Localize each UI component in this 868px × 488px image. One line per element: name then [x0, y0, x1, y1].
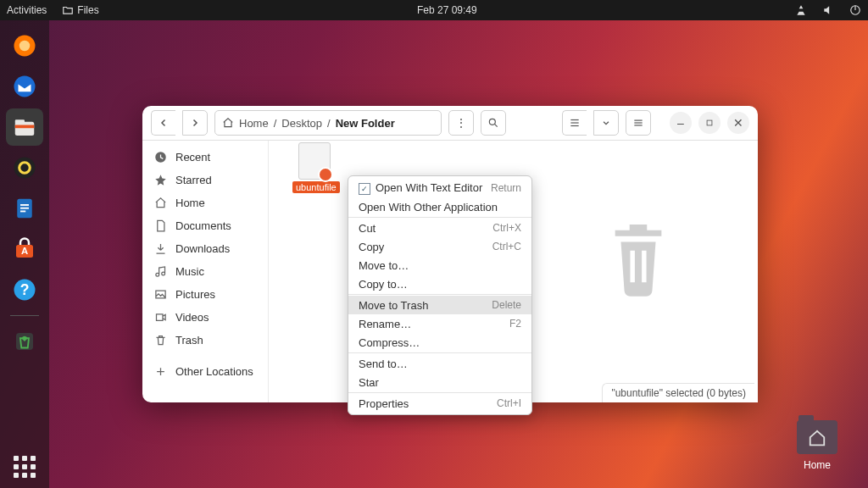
forward-button[interactable] — [182, 110, 208, 136]
breadcrumb-current[interactable]: New Folder — [336, 117, 395, 130]
sidebar-item-downloads[interactable]: Downloads — [142, 237, 268, 260]
accelerator: Delete — [492, 299, 521, 311]
search-button[interactable] — [481, 110, 506, 136]
sidebar-item-pictures[interactable]: Pictures — [142, 283, 268, 306]
search-icon — [487, 117, 499, 129]
svg-rect-27 — [707, 120, 712, 125]
status-bar: "ubuntufile" selected (0 bytes) — [602, 383, 754, 402]
hamburger-menu-button[interactable] — [626, 110, 651, 136]
sidebar-item-music[interactable]: Music — [142, 260, 268, 283]
documents-icon — [154, 219, 167, 232]
focused-app-label: Files — [77, 4, 98, 16]
dock-help[interactable]: ? — [6, 271, 43, 308]
context-item-move-to-trash[interactable]: Move to TrashDelete — [348, 296, 531, 314]
clock[interactable]: Feb 27 09:49 — [417, 4, 477, 16]
dock-trash[interactable] — [6, 323, 43, 360]
dock-firefox[interactable] — [6, 27, 43, 64]
folder-icon — [797, 420, 837, 454]
file-label: ubuntufile — [292, 181, 340, 193]
sidebar-item-videos[interactable]: Videos — [142, 306, 268, 329]
pictures-icon — [154, 288, 167, 301]
dock-software[interactable]: A — [6, 230, 43, 268]
accelerator: Return — [491, 182, 521, 194]
grid-icon — [14, 456, 36, 478]
context-separator — [348, 352, 531, 353]
context-item-rename[interactable]: Rename…F2 — [348, 314, 531, 333]
context-menu: ✓Open With Text EditorReturnOpen With Ot… — [348, 175, 532, 415]
sidebar: RecentStarredHomeDocumentsDownloadsMusic… — [142, 141, 269, 402]
sidebar-item-label: Videos — [175, 311, 209, 324]
context-item-star[interactable]: Star — [348, 373, 531, 391]
context-separator — [348, 392, 531, 393]
path-menu-button[interactable]: ⋮ — [448, 110, 474, 136]
svg-rect-12 — [20, 208, 29, 209]
sidebar-item-label: Home — [175, 197, 205, 209]
context-item-move-to[interactable]: Move to… — [348, 256, 531, 274]
context-item-compress[interactable]: Compress… — [348, 333, 531, 352]
context-item-open-with-text-editor[interactable]: ✓Open With Text EditorReturn — [348, 178, 531, 197]
context-item-properties[interactable]: PropertiesCtrl+I — [348, 394, 531, 413]
network-icon[interactable] — [795, 4, 807, 16]
music-icon — [154, 265, 167, 278]
power-icon[interactable] — [849, 4, 861, 16]
sidebar-item-label: Other Locations — [175, 365, 253, 378]
svg-rect-11 — [20, 204, 29, 206]
context-separator — [348, 217, 531, 218]
minimize-button[interactable]: – — [670, 112, 692, 134]
sidebar-item-trash[interactable]: Trash — [142, 329, 268, 352]
context-item-copy-to[interactable]: Copy to… — [348, 274, 531, 293]
close-button[interactable]: ✕ — [727, 112, 749, 134]
svg-text:A: A — [21, 246, 28, 256]
dock-rhythmbox[interactable] — [6, 149, 43, 186]
desktop-icon-home[interactable]: Home — [792, 420, 843, 471]
context-item-open-with-other-application[interactable]: Open With Other Application — [348, 197, 531, 216]
videos-icon — [154, 311, 167, 324]
dock-libreoffice[interactable] — [6, 190, 43, 227]
context-item-copy[interactable]: CopyCtrl+C — [348, 237, 531, 256]
back-button[interactable] — [151, 110, 175, 136]
view-list-button[interactable] — [562, 110, 587, 136]
star-icon — [154, 174, 167, 186]
focused-app-menu[interactable]: Files — [62, 4, 98, 16]
view-dropdown-button[interactable] — [593, 110, 619, 136]
menu-icon — [632, 117, 644, 129]
sidebar-item-label: Documents — [175, 219, 231, 232]
dock: A ? — [0, 20, 49, 488]
svg-point-3 — [19, 41, 31, 52]
svg-point-4 — [14, 76, 36, 97]
sidebar-item-recent[interactable]: Recent — [142, 146, 268, 169]
sidebar-item-label: Trash — [175, 334, 203, 347]
activities-button[interactable]: Activities — [7, 4, 47, 16]
pathbar[interactable]: Home/ Desktop/ New Folder — [214, 110, 442, 136]
maximize-button[interactable] — [698, 112, 721, 134]
sidebar-item-label: Music — [175, 265, 204, 278]
downloads-icon — [154, 242, 167, 255]
sidebar-item-star[interactable]: Starred — [142, 169, 268, 191]
breadcrumb-home[interactable]: Home — [239, 117, 269, 130]
accelerator: Ctrl+I — [497, 397, 521, 409]
recent-icon — [154, 151, 167, 164]
breadcrumb-desktop[interactable]: Desktop — [281, 117, 322, 130]
sidebar-item-label: Downloads — [175, 242, 230, 255]
svg-point-19 — [489, 119, 495, 125]
dock-thunderbird[interactable] — [6, 68, 43, 105]
sidebar-item-other[interactable]: Other Locations — [142, 360, 268, 383]
volume-icon[interactable] — [822, 4, 834, 16]
svg-rect-6 — [15, 119, 25, 124]
sidebar-item-home[interactable]: Home — [142, 191, 268, 214]
accelerator: Ctrl+X — [492, 222, 521, 234]
sidebar-item-label: Starred — [175, 174, 212, 186]
chevron-right-icon — [190, 118, 200, 128]
text-file-icon — [298, 142, 331, 180]
sidebar-item-label: Recent — [175, 151, 210, 164]
trash-watermark-icon — [604, 217, 673, 304]
dock-files[interactable] — [6, 108, 43, 146]
context-item-cut[interactable]: CutCtrl+X — [348, 219, 531, 237]
file-item[interactable]: ubuntufile — [292, 142, 337, 193]
sidebar-item-documents[interactable]: Documents — [142, 214, 268, 237]
show-applications-button[interactable] — [0, 456, 49, 478]
svg-line-20 — [494, 124, 497, 126]
context-item-send-to[interactable]: Send to… — [348, 354, 531, 373]
svg-rect-13 — [20, 211, 25, 213]
check-icon: ✓ — [359, 183, 370, 195]
